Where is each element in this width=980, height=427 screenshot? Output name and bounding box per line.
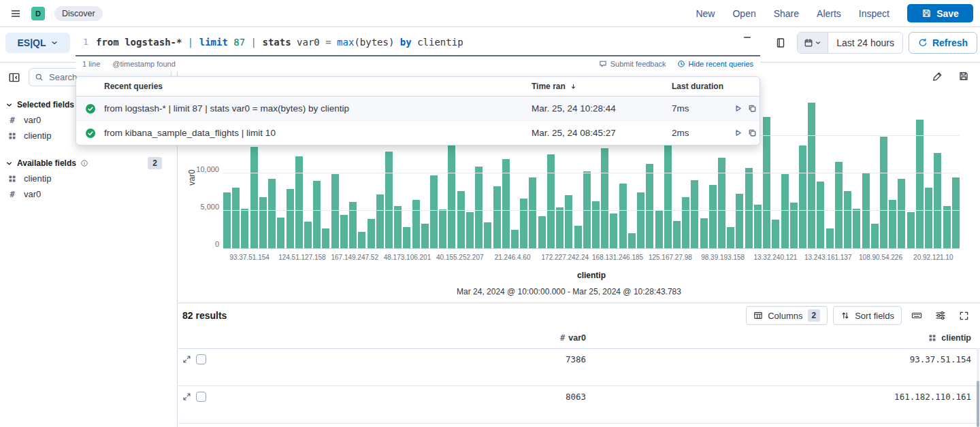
chart-bar[interactable] — [368, 219, 375, 248]
chart-bar[interactable] — [295, 156, 303, 248]
row-checkbox[interactable] — [196, 392, 206, 402]
chart-bar[interactable] — [754, 205, 762, 248]
column-header-var0[interactable]: # var0 — [216, 333, 586, 343]
chart-bar[interactable] — [781, 174, 789, 248]
date-quick-select[interactable] — [798, 33, 828, 53]
hide-recent-queries-link[interactable]: Hide recent queries — [677, 60, 753, 68]
chart-bar[interactable] — [448, 143, 455, 248]
chart-bar[interactable] — [772, 220, 779, 248]
chart-bar[interactable] — [547, 154, 555, 248]
sort-fields-button[interactable]: Sort fields — [833, 306, 902, 325]
chart-bar[interactable] — [925, 188, 932, 248]
chart-bar[interactable] — [619, 184, 627, 248]
field-item-var0[interactable]: # var0 — [5, 186, 172, 202]
chart-bar[interactable] — [889, 200, 896, 248]
chart-bar[interactable] — [934, 153, 941, 248]
run-query-button[interactable] — [733, 103, 743, 114]
chart-bar[interactable] — [817, 182, 824, 248]
chart-bar[interactable] — [484, 222, 491, 248]
chart-bar[interactable] — [385, 152, 393, 248]
chart-bar[interactable] — [340, 215, 348, 248]
scrollbar-thumb[interactable] — [977, 381, 979, 427]
chart-bar[interactable] — [421, 224, 429, 248]
chart-bar[interactable] — [727, 227, 734, 248]
time-range-value[interactable]: Last 24 hours — [828, 33, 902, 53]
chart-bar[interactable] — [952, 177, 960, 248]
chart-bar[interactable] — [250, 147, 258, 248]
nav-new[interactable]: New — [696, 8, 715, 19]
chart-bar[interactable] — [574, 226, 582, 248]
chart-bar[interactable] — [682, 197, 689, 248]
chart-bar[interactable] — [871, 224, 879, 248]
chart-bar[interactable] — [223, 192, 231, 248]
query-text[interactable]: from logstash-* | limit 87 | stats var0 … — [96, 37, 463, 48]
submit-feedback-link[interactable]: Submit feedback — [599, 60, 666, 68]
chart-bar[interactable] — [287, 189, 294, 248]
chart-bar[interactable] — [610, 214, 617, 248]
available-fields-header[interactable]: Available fields 2 — [5, 156, 172, 171]
chart-bar[interactable] — [916, 120, 924, 248]
collapse-sidebar-button[interactable] — [5, 69, 23, 86]
space-avatar[interactable]: D — [31, 7, 45, 20]
chart-bar[interactable] — [835, 162, 843, 248]
chart-bar[interactable] — [358, 232, 365, 248]
chart-bar[interactable] — [277, 218, 284, 249]
chart-bar[interactable] — [844, 191, 851, 248]
chart-bar[interactable] — [268, 179, 276, 248]
chart-bar[interactable] — [853, 209, 860, 248]
chart-bar[interactable] — [655, 211, 663, 249]
chart-bar[interactable] — [718, 158, 725, 248]
keyboard-shortcuts-button[interactable] — [907, 307, 926, 325]
chart-bar[interactable] — [763, 117, 770, 248]
chart-bar[interactable] — [898, 179, 905, 248]
chart-bar[interactable] — [646, 164, 653, 248]
date-picker[interactable]: Last 24 hours — [797, 32, 903, 54]
esql-mode-button[interactable]: ES|QL — [5, 33, 70, 53]
chart-bar[interactable] — [700, 218, 708, 248]
copy-query-button[interactable] — [747, 103, 757, 114]
expand-row-button[interactable] — [182, 355, 191, 364]
fullscreen-button[interactable] — [955, 307, 973, 325]
chart-bar[interactable] — [313, 181, 321, 248]
chart-bar[interactable] — [529, 177, 536, 248]
chart-bar[interactable] — [376, 194, 384, 248]
chart-bar[interactable] — [601, 148, 608, 248]
recent-query-row[interactable]: from kibana_sample_data_flights | limit … — [76, 120, 760, 145]
chart-bar[interactable] — [880, 137, 887, 248]
chart-bar[interactable] — [412, 200, 420, 248]
chart-bar[interactable] — [799, 146, 806, 248]
chart-bar[interactable] — [637, 192, 644, 248]
field-item-clientip[interactable]: clientip — [5, 171, 172, 186]
chart-bar[interactable] — [691, 180, 698, 248]
save-visualization-button[interactable] — [956, 68, 972, 84]
chart-bar[interactable] — [322, 228, 329, 248]
refresh-button[interactable]: Refresh — [909, 32, 977, 54]
chart-bar[interactable] — [709, 185, 717, 248]
chart-bar[interactable] — [331, 174, 339, 248]
chart-bar[interactable] — [241, 209, 248, 248]
chart-bar[interactable] — [538, 216, 546, 248]
time-ran-column-header[interactable]: Time ran — [532, 82, 672, 91]
save-button[interactable]: Save — [907, 4, 973, 22]
chart-bar[interactable] — [826, 228, 834, 248]
minimize-editor-button[interactable] — [740, 31, 755, 44]
edit-visualization-button[interactable] — [930, 68, 946, 84]
copy-query-button[interactable] — [747, 128, 757, 138]
chart-bar[interactable] — [745, 168, 753, 248]
columns-button[interactable]: Columns 2 — [746, 306, 828, 325]
row-checkbox[interactable] — [196, 354, 206, 364]
chart-bar[interactable] — [430, 175, 438, 248]
menu-button[interactable] — [5, 3, 26, 24]
chart-bar[interactable] — [673, 221, 681, 248]
chart-bar[interactable] — [808, 103, 815, 248]
chart-bar[interactable] — [394, 206, 402, 248]
chart-bar[interactable] — [439, 209, 446, 248]
column-header-clientip[interactable]: clientip — [586, 333, 980, 343]
nav-alerts[interactable]: Alerts — [817, 8, 841, 19]
chart-bar[interactable] — [475, 167, 483, 248]
chart-bar[interactable] — [628, 233, 636, 248]
chart-bar[interactable] — [565, 195, 572, 248]
chart-bar[interactable] — [403, 227, 410, 248]
nav-share[interactable]: Share — [774, 8, 799, 19]
chart-bar[interactable] — [304, 222, 312, 248]
